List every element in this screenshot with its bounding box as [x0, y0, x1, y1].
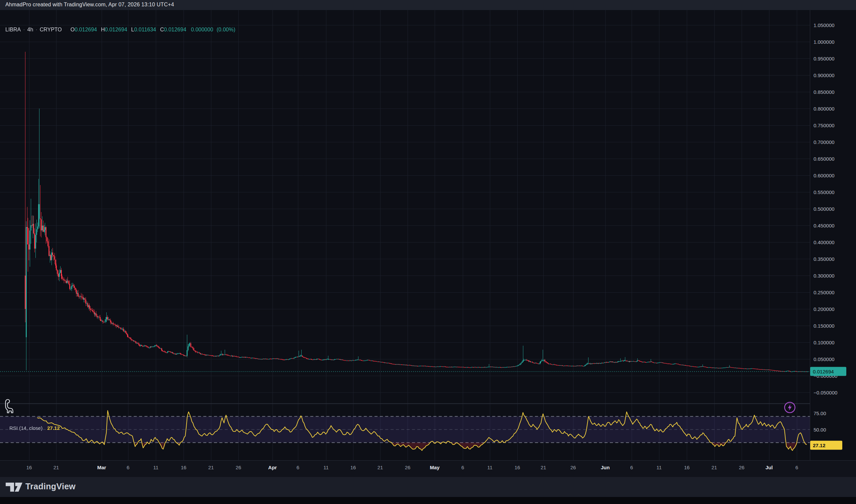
top-bar: AhmadPro created with TradingView.com, A…: [0, 0, 856, 10]
symbol-interval: 4h: [28, 27, 33, 32]
legend-separator: ·: [21, 27, 27, 32]
price-axis-label: 0.950000: [814, 56, 835, 61]
legend-separator: ·: [33, 27, 39, 32]
price-axis-label: 0.250000: [814, 290, 835, 295]
price-axis-label: 0.600000: [814, 173, 835, 178]
open-label: O: [67, 27, 74, 32]
rsi-axis-label: 50.00: [814, 427, 826, 433]
high-value: 0.012694: [105, 27, 127, 32]
rsi-legend: RSI (14, close)27.12: [10, 425, 60, 431]
symbol-name: LIBRA: [5, 27, 21, 32]
price-axis-label: 0.700000: [814, 139, 835, 145]
time-axis-day-label: 16: [181, 465, 187, 470]
price-axis-label: 1.000000: [814, 39, 835, 45]
symbol-exchange: CRYPTO: [40, 27, 62, 32]
watermark-title: AhmadPro created with TradingView.com, A…: [5, 2, 174, 8]
low-value: 0.011634: [134, 27, 156, 32]
time-axis-day-label: 16: [515, 465, 520, 470]
price-axis-label: 0.850000: [814, 89, 835, 95]
price-axis-label: 0.200000: [814, 306, 835, 312]
rsi-current-value: 27.12: [42, 425, 60, 431]
price-axis-label: 0.550000: [814, 190, 835, 195]
time-axis-month-label: Apr: [268, 465, 277, 470]
price-axis-label: 0.400000: [814, 239, 835, 245]
lightning-icon[interactable]: [783, 401, 797, 414]
last-price-badge: 0.012694: [810, 367, 846, 376]
price-axis-label: 0.350000: [814, 256, 835, 262]
time-axis-month-label: Mar: [97, 465, 106, 470]
time-axis-day-label: 21: [541, 465, 546, 470]
rsi-axis-label: 75.00: [814, 411, 826, 416]
price-axis-label: −0.050000: [814, 390, 837, 395]
time-axis-day-label: 21: [208, 465, 214, 470]
time-axis-day-label: 16: [350, 465, 356, 470]
change-percent: (0.00%): [213, 27, 235, 32]
rsi-value-badge: 27.12: [810, 441, 842, 450]
price-axis-label: 0.750000: [814, 123, 835, 128]
time-axis-day-label: 6: [630, 465, 633, 470]
tradingview-brand-text[interactable]: TradingView: [25, 482, 75, 491]
time-axis-day-label: 26: [236, 465, 241, 470]
time-axis-day-label: 16: [27, 465, 32, 470]
price-axis-label: 1.050000: [814, 22, 835, 28]
time-axis-day-label: 26: [405, 465, 411, 470]
time-axis-day-label: 16: [684, 465, 690, 470]
open-value: 0.012694: [74, 27, 97, 32]
dino-icon: [3, 398, 15, 413]
symbol-legend: LIBRA·4h·CRYPTOO0.012694H0.012694L0.0116…: [5, 27, 235, 33]
price-axis-label: 0.800000: [814, 106, 835, 111]
time-axis-day-label: 11: [153, 465, 158, 470]
price-axis-label: 0.150000: [814, 323, 835, 329]
price-axis-label: 0.900000: [814, 72, 835, 78]
low-label: L: [127, 27, 134, 32]
time-axis-day-label: 21: [377, 465, 383, 470]
price-axis-label: 0.100000: [814, 340, 835, 345]
footer-bar: TradingView: [0, 477, 856, 497]
time-axis-month-label: Jul: [765, 465, 773, 470]
close-label: C: [156, 27, 164, 32]
time-axis-day-label: 11: [656, 465, 662, 470]
price-axis[interactable]: 0.012694 27.12 1.0500001.0000000.9500000…: [810, 10, 856, 460]
time-axis-day-label: 11: [323, 465, 329, 470]
time-axis-day-label: 6: [127, 465, 130, 470]
price-axis-label: 0.650000: [814, 156, 835, 162]
time-axis-day-label: 21: [53, 465, 59, 470]
main-chart-canvas[interactable]: [0, 10, 810, 460]
time-axis-month-label: May: [430, 465, 439, 470]
time-axis-month-label: Jun: [601, 465, 610, 470]
time-axis-day-label: 11: [487, 465, 493, 470]
bottom-strip: [0, 497, 856, 504]
time-axis-day-label: 26: [570, 465, 576, 470]
change-value: 0.000000: [191, 27, 213, 32]
time-axis-day-label: 6: [461, 465, 464, 470]
price-axis-label: 0.300000: [814, 273, 835, 278]
time-axis-day-label: 21: [712, 465, 717, 470]
tradingview-logo-icon[interactable]: [6, 483, 22, 492]
chart-pane-container[interactable]: LIBRA·4h·CRYPTOO0.012694H0.012694L0.0116…: [0, 10, 810, 460]
time-axis-day-label: 26: [739, 465, 744, 470]
rsi-indicator-name: RSI (14, close): [10, 425, 42, 431]
price-axis-label: 0.500000: [814, 206, 835, 212]
time-axis[interactable]: 1621Mar611162126Apr611162126May611162126…: [0, 460, 856, 477]
time-axis-day-label: 6: [296, 465, 299, 470]
time-axis-day-label: 6: [795, 465, 798, 470]
price-axis-label: 0.050000: [814, 356, 835, 362]
high-label: H: [97, 27, 105, 32]
close-value: 0.012694: [164, 27, 186, 32]
price-axis-label: 0.450000: [814, 223, 835, 229]
